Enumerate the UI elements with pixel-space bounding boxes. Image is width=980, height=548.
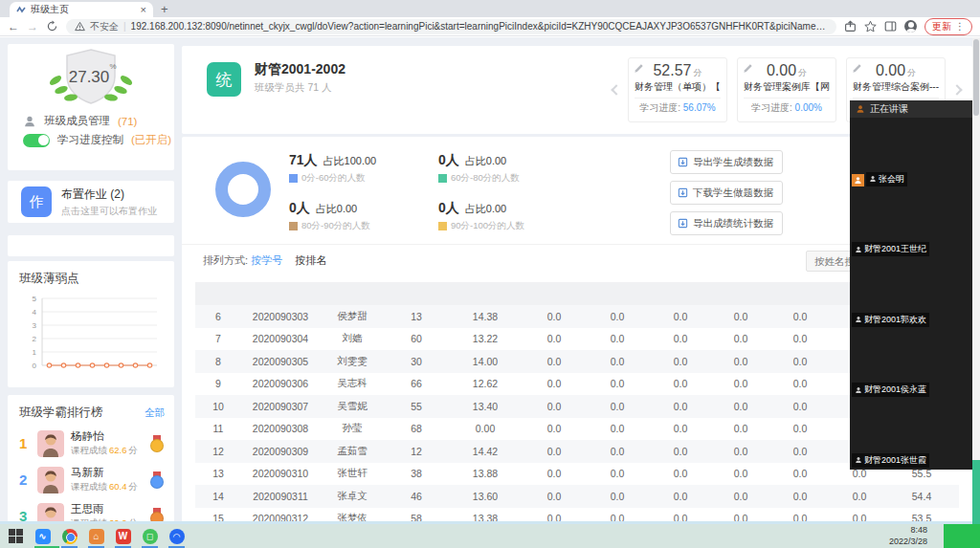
forward-button[interactable]: → (27, 21, 38, 33)
video-tile[interactable]: 财管2001侯永蓝 (850, 329, 972, 400)
address-bar[interactable]: 不安全 | 192.168.200.132:8090/netinnet_ckyj… (66, 19, 836, 34)
bookmark-star-icon[interactable] (864, 20, 877, 33)
participant-name-label: 财管2001王世纪 (852, 242, 929, 256)
video-tile[interactable]: 财管2001张世霞 (850, 399, 972, 470)
taskbar-feishu[interactable]: ◠ (168, 528, 185, 544)
student-name: 杨静怡 (71, 429, 143, 444)
start-button[interactable] (8, 528, 24, 544)
reload-button[interactable] (46, 20, 58, 33)
table-row[interactable]: 82020090305 刘雯雯30 14.000.0 0.00.0 0.00.0… (195, 350, 959, 373)
class-gauge-card: 27.30 % 班级成员管理 (71) 学习进度控制 (已开启) (8, 44, 174, 170)
share-icon[interactable] (844, 20, 857, 33)
legend-item: 0人占比0.00 90分-100分的人数 (438, 200, 588, 232)
export-button[interactable]: 导出学生成绩数据 (670, 150, 783, 174)
taskbar-meeting-app[interactable]: ∿ (34, 528, 51, 544)
student-avatar (37, 430, 64, 457)
legend-swatch (438, 222, 447, 230)
taskbar-wps[interactable]: W (115, 528, 131, 544)
taskbar-clock[interactable]: 8:48 2022/3/28 (889, 525, 933, 547)
update-button[interactable]: 更新 ⋮ (924, 18, 972, 35)
course-title: 财务管理综合案例---东... (853, 80, 939, 94)
new-tab-button[interactable]: + (161, 2, 168, 17)
medal-icon (149, 471, 165, 489)
profile-avatar[interactable] (904, 20, 917, 33)
table-row[interactable]: 72020090304 刘嫱60 13.220.0 0.00.0 0.00.0 … (195, 328, 959, 351)
taskbar-chrome[interactable] (61, 528, 78, 544)
course-title: 财务管理案例库【网中... (744, 80, 830, 94)
table-row[interactable]: 142020090311 张卓文46 13.600.0 0.00.0 0.00.… (195, 485, 959, 508)
table-row[interactable]: 132020090310 张世轩38 13.880.0 0.00.0 0.00.… (195, 463, 959, 486)
browser-toolbar: ← → 不安全 | 192.168.200.132:8090/netinnet_… (0, 17, 980, 36)
scrollbar-thumb[interactable] (973, 39, 979, 116)
side-panel-icon[interactable] (884, 20, 897, 33)
student-name: 王思雨 (71, 502, 143, 516)
progress-label: 学习进度控制 (57, 133, 123, 147)
meeting-app-icon: ∿ (35, 529, 51, 544)
stats-badge-icon: 统 (207, 62, 241, 97)
weak-points-chart: 543210 (19, 293, 165, 381)
export-button[interactable]: 导出成绩统计数据 (670, 211, 783, 235)
svg-text:2: 2 (33, 335, 37, 343)
menu-icon[interactable]: ⋮ (955, 21, 965, 32)
ranking-all-link[interactable]: 全部 (145, 406, 165, 420)
table-row[interactable]: 62020090303 侯梦甜13 14.380.0 0.00.0 0.00.0… (195, 305, 959, 328)
table-row[interactable]: 122020090309 孟茹雪12 14.420.0 0.00.0 0.00.… (195, 440, 959, 463)
mic-person-icon (855, 246, 862, 253)
member-management-item[interactable]: 班级成员管理 (71) (8, 109, 174, 128)
progress-state: (已开启) (131, 133, 171, 147)
chrome-icon (62, 529, 78, 544)
chevron-left-icon[interactable] (611, 84, 621, 95)
course-score-card[interactable]: 0.00分 财务管理案例库【网中... 学习进度: 0.00% (737, 57, 836, 122)
course-score-card[interactable]: 52.57分 财务管理（单项）【网... 学习进度: 56.07% (628, 57, 727, 122)
home-browser-icon: ⌂ (89, 529, 104, 544)
taskbar-browser-home[interactable]: ⌂ (88, 528, 104, 544)
screen-share-indicator (944, 524, 980, 548)
browser-tab[interactable]: 班级主页 × (10, 2, 153, 17)
conference-status: 正在讲课 (870, 102, 908, 116)
course-score-value: 0.00分 (744, 62, 830, 79)
table-body: 62020090303 侯梦甜13 14.380.0 0.00.0 0.00.0… (195, 305, 959, 524)
table-row[interactable]: 102020090307 吴雪妮55 13.400.0 0.00.0 0.00.… (195, 395, 959, 418)
browser-scrollbar[interactable] (972, 37, 980, 524)
edit-icon[interactable] (743, 63, 753, 74)
ranking-row[interactable]: 1 杨静怡 课程成绩62.6分 (19, 429, 165, 457)
distribution-legend: 71人占比100.00 0分-60分的人数 0人占比0.00 60分-80分的人… (289, 152, 605, 232)
tab-title: 班级主页 (31, 3, 136, 16)
export-button[interactable]: 下载学生做题数据 (670, 181, 783, 205)
sort-label: 排列方式: (203, 254, 251, 266)
students-table: 62020090303 侯梦甜13 14.380.0 0.00.0 0.00.0… (195, 282, 959, 524)
edit-icon[interactable] (634, 63, 644, 74)
taskbar-wechat[interactable]: ◻ (142, 528, 158, 544)
weak-points-card: 班级薄弱点 543210 (8, 261, 174, 387)
export-icon (678, 187, 688, 198)
video-conference-panel: 正在讲课 张会明 (850, 100, 972, 470)
sort-by-rank-link[interactable]: 按排名 (295, 254, 326, 266)
chevron-right-icon[interactable] (951, 84, 962, 95)
video-tile[interactable]: 财管2001王世纪 (850, 188, 972, 259)
table-row[interactable]: 92020090306 吴志科66 12.620.0 0.00.0 0.00.0… (195, 373, 959, 396)
back-button[interactable]: ← (8, 21, 19, 33)
edit-icon[interactable] (852, 63, 862, 74)
table-row[interactable]: 112020090308 孙莹68 0.000.0 0.00.0 0.00.0 … (195, 418, 959, 441)
video-tile[interactable]: 张会明 (850, 118, 972, 188)
course-score-value: 0.00分 (853, 62, 939, 79)
ranking-row[interactable]: 2 马新新 课程成绩60.4分 (19, 466, 165, 493)
participant-name-label: 财管2001郭欢欢 (852, 313, 929, 327)
assign-homework-card[interactable]: 作 布置作业 (2) 点击这里可以布置作业 (8, 181, 174, 223)
video-tile[interactable]: 财管2001郭欢欢 (850, 258, 972, 329)
student-name: 马新新 (71, 466, 143, 480)
legend-swatch (289, 222, 298, 230)
legend-item: 0人占比0.00 60分-80分的人数 (438, 152, 588, 185)
sort-by-id-link[interactable]: 按学号 (251, 254, 282, 266)
gauge-value: 27.30 (69, 68, 110, 86)
browser-tabstrip: 班级主页 × + (0, 0, 980, 17)
course-title: 财务管理（单项）【网... (635, 80, 721, 94)
conference-status-bar: 正在讲课 (850, 100, 972, 118)
svg-text:0: 0 (33, 362, 37, 370)
speaker-icon (856, 104, 865, 114)
tab-close-icon[interactable]: × (141, 4, 146, 15)
svg-text:4: 4 (33, 308, 37, 317)
desktop-screen: 班级主页 × + ← → 不安全 | 192.168.200.132:8090/… (0, 0, 980, 548)
rank-number: 1 (19, 435, 31, 451)
progress-toggle[interactable] (23, 134, 50, 147)
